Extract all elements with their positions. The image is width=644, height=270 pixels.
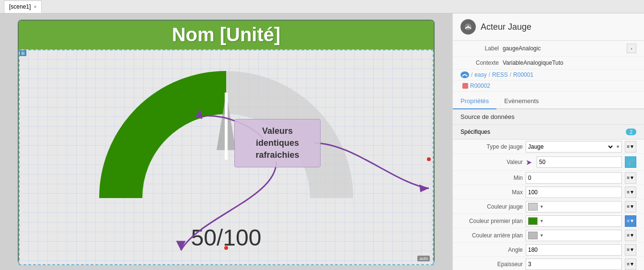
angle-row: Angle ≡▼ <box>453 243 644 257</box>
valeur-input[interactable] <box>537 156 622 168</box>
tab-bar: [scene1] × <box>0 0 644 13</box>
couleur-arriere-dropdown-icon: ▼ <box>540 233 544 238</box>
breadcrumb-sep-2: / <box>489 71 490 78</box>
breadcrumb-easy[interactable]: easy <box>474 71 486 78</box>
select-arrow-icon: ▼ <box>614 144 621 149</box>
type-de-jauge-row: Type de jauge Jauge ▼ ≡▼ <box>453 140 644 154</box>
gauge-svg <box>82 64 370 217</box>
panel-tabs: Propriétés Evènements <box>453 94 644 109</box>
canvas-area[interactable]: Nom [Unité] ⊞ auto <box>0 13 452 270</box>
epaisseur-row: Epaisseur ≡▼ <box>453 257 644 270</box>
couleur-arriere-plan-label: Couleur arrière plan <box>460 232 523 239</box>
svg-marker-3 <box>419 184 429 192</box>
couleur-jauge-label: Couleur jauge <box>460 203 523 210</box>
valeur-row: Valeur ➤ 🔗 <box>453 154 644 171</box>
right-panel: Acteur Jauge Label gaugeAnalogic ◦ Conte… <box>452 13 644 270</box>
epaisseur-action[interactable]: ≡▼ <box>625 258 636 270</box>
resize-handle-right[interactable] <box>427 157 431 161</box>
panel-icon <box>460 19 476 35</box>
label-edit-button[interactable]: ◦ <box>627 44 636 53</box>
couleur-jauge-action[interactable]: ≡▼ <box>625 201 636 212</box>
breadcrumb-row: / easy / RESS / R00001 <box>453 70 644 81</box>
breadcrumb-sep-3: / <box>510 71 511 78</box>
breadcrumb-ress[interactable]: RESS <box>492 71 508 78</box>
auto-badge: auto <box>417 256 430 261</box>
couleur-jauge-row: Couleur jauge ▼ ≡▼ <box>453 200 644 214</box>
angle-input[interactable] <box>526 244 622 256</box>
couleur-arriere-plan-picker[interactable]: ▼ <box>526 230 622 241</box>
panel-header: Acteur Jauge <box>453 13 644 41</box>
breadcrumb-row-2: R00002 <box>453 81 644 92</box>
gauge-value-display: 50/100 <box>191 224 262 251</box>
min-action[interactable]: ≡▼ <box>625 172 636 184</box>
max-label: Max <box>460 189 523 196</box>
context-value: VariableAnalogiqueTuto <box>503 59 636 66</box>
corner-indicator: ⊞ <box>20 50 26 56</box>
valeur-label: Valeur <box>460 159 523 165</box>
couleur-premier-plan-swatch <box>528 217 538 225</box>
couleur-jauge-dropdown-icon: ▼ <box>540 204 544 209</box>
min-label: Min <box>460 175 523 181</box>
couleur-premier-dropdown-icon: ▼ <box>540 219 544 223</box>
couleur-premier-plan-action[interactable]: ≡▼ <box>625 215 636 227</box>
epaisseur-input[interactable] <box>526 258 622 270</box>
tooltip-text: Valeurs identiques rafraichies <box>255 126 299 160</box>
label-key: Label <box>460 45 499 52</box>
specifiques-badge: 2 <box>626 129 636 135</box>
angle-action[interactable]: ≡▼ <box>625 244 636 256</box>
breadcrumb-r00002[interactable]: R00002 <box>470 82 490 89</box>
type-jauge-label: Type de jauge <box>460 143 523 150</box>
tab-proprietes[interactable]: Propriétés <box>453 94 496 109</box>
svg-marker-2 <box>176 241 185 250</box>
gauge-header: Nom [Unité] <box>19 21 434 49</box>
tab-label: [scene1] <box>9 3 31 10</box>
gauge-frame: Nom [Unité] ⊞ auto <box>18 20 435 264</box>
tab-close-button[interactable]: × <box>34 4 36 10</box>
angle-label: Angle <box>460 247 523 253</box>
panel-title: Acteur Jauge <box>481 22 531 32</box>
valeur-link-button[interactable]: 🔗 <box>625 156 636 168</box>
scene-tab[interactable]: [scene1] × <box>4 0 42 13</box>
breadcrumb-r00001[interactable]: R00001 <box>513 71 533 78</box>
specifiques-section-header: Spécifiques 2 <box>453 125 644 140</box>
source-section-header: Source de données <box>453 109 644 125</box>
breadcrumb-sep-1: / <box>471 71 472 78</box>
breadcrumb-sub-icon <box>462 83 468 89</box>
context-key: Contexte <box>460 59 499 66</box>
gauge-body[interactable]: ⊞ auto <box>19 49 434 265</box>
type-jauge-action[interactable]: ≡▼ <box>625 141 636 153</box>
max-input[interactable] <box>526 187 622 198</box>
couleur-arriere-plan-row: Couleur arrière plan ▼ ≡▼ <box>453 228 644 243</box>
gauge-title: Nom [Unité] <box>172 24 281 46</box>
min-row: Min ≡▼ <box>453 171 644 185</box>
min-input[interactable] <box>526 172 622 184</box>
max-row: Max ≡▼ <box>453 185 644 200</box>
max-action[interactable]: ≡▼ <box>625 187 636 198</box>
couleur-premier-plan-row: Couleur premier plan ▼ ≡▼ <box>453 214 644 228</box>
gauge-icon <box>463 22 473 32</box>
couleur-arriere-plan-action[interactable]: ≡▼ <box>625 230 636 241</box>
couleur-jauge-swatch <box>528 203 538 211</box>
couleur-premier-plan-label: Couleur premier plan <box>460 218 523 224</box>
couleur-jauge-picker[interactable]: ▼ <box>526 201 622 212</box>
epaisseur-label: Epaisseur <box>460 261 523 268</box>
breadcrumb-logo-icon <box>460 71 469 78</box>
type-jauge-select-wrap[interactable]: Jauge ▼ <box>526 141 622 153</box>
couleur-arriere-plan-swatch <box>528 232 538 239</box>
couleur-premier-plan-picker[interactable]: ▼ <box>526 215 622 227</box>
label-value: gaugeAnalogic <box>503 45 623 52</box>
specifiques-label: Spécifiques <box>460 129 490 135</box>
label-row: Label gaugeAnalogic ◦ <box>453 41 644 57</box>
logo-svg <box>461 72 468 77</box>
tooltip-box: Valeurs identiques rafraichies <box>234 119 321 168</box>
context-row: Contexte VariableAnalogiqueTuto <box>453 57 644 70</box>
tab-evenements[interactable]: Evènements <box>496 94 546 108</box>
main-layout: Nom [Unité] ⊞ auto <box>0 13 644 270</box>
purple-arrow-icon: ➤ <box>526 158 532 167</box>
gauge-svg-container <box>82 64 370 232</box>
type-jauge-select[interactable]: Jauge <box>526 141 614 152</box>
